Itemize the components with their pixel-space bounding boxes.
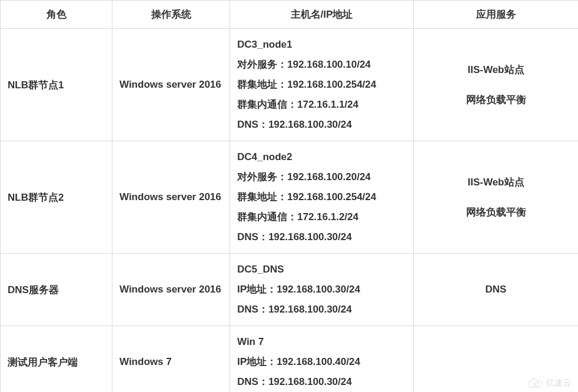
cell-role: NLB群节点1	[1, 29, 112, 141]
service-line1: IIS-Web站点	[421, 63, 571, 77]
cell-host: DC3_node1对外服务：192.168.100.10/24群集地址：192.…	[230, 29, 414, 141]
cell-service: IIS-Web站点 网络负载平衡	[414, 141, 579, 254]
service-gap	[421, 189, 571, 205]
table-row: 测试用户客户端 Windows 7 Win 7IP地址：192.168.100.…	[1, 326, 579, 393]
service-line2: 网络负载平衡	[421, 205, 571, 219]
table-row: DNS服务器 Windows server 2016 DC5_DNSIP地址：1…	[1, 254, 579, 326]
cell-host: Win 7IP地址：192.168.100.40/24DNS：192.168.1…	[230, 326, 414, 393]
cell-os: Windows server 2016	[112, 254, 230, 326]
cell-os: Windows server 2016	[112, 141, 230, 254]
cell-os: Windows 7	[112, 326, 230, 393]
cell-service: IIS-Web站点 网络负载平衡	[414, 29, 579, 141]
service-line2: 网络负载平衡	[421, 93, 571, 107]
table-body: NLB群节点1 Windows server 2016 DC3_node1对外服…	[1, 29, 579, 393]
table-row: NLB群节点1 Windows server 2016 DC3_node1对外服…	[1, 29, 579, 141]
header-service: 应用服务	[414, 1, 579, 29]
cell-role: DNS服务器	[1, 254, 112, 326]
cell-host: DC5_DNSIP地址：192.168.100.30/24DNS：192.168…	[230, 254, 414, 326]
table-row: NLB群节点2 Windows server 2016 DC4_node2对外服…	[1, 141, 579, 254]
service-line1: IIS-Web站点	[421, 175, 571, 189]
cell-host: DC4_node2对外服务：192.168.100.20/24群集地址：192.…	[230, 141, 414, 254]
service-gap	[421, 77, 571, 93]
cell-service	[414, 326, 579, 393]
cell-os: Windows server 2016	[112, 29, 230, 141]
cell-role: NLB群节点2	[1, 141, 112, 254]
service-line1: DNS	[421, 284, 571, 295]
header-host: 主机名/IP地址	[230, 1, 414, 29]
header-os: 操作系统	[112, 1, 230, 29]
cell-role: 测试用户客户端	[1, 326, 112, 393]
config-table: 角色 操作系统 主机名/IP地址 应用服务 NLB群节点1 Windows se…	[0, 0, 578, 392]
header-role: 角色	[1, 1, 112, 29]
cell-service: DNS	[414, 254, 579, 326]
table-header-row: 角色 操作系统 主机名/IP地址 应用服务	[1, 1, 579, 29]
